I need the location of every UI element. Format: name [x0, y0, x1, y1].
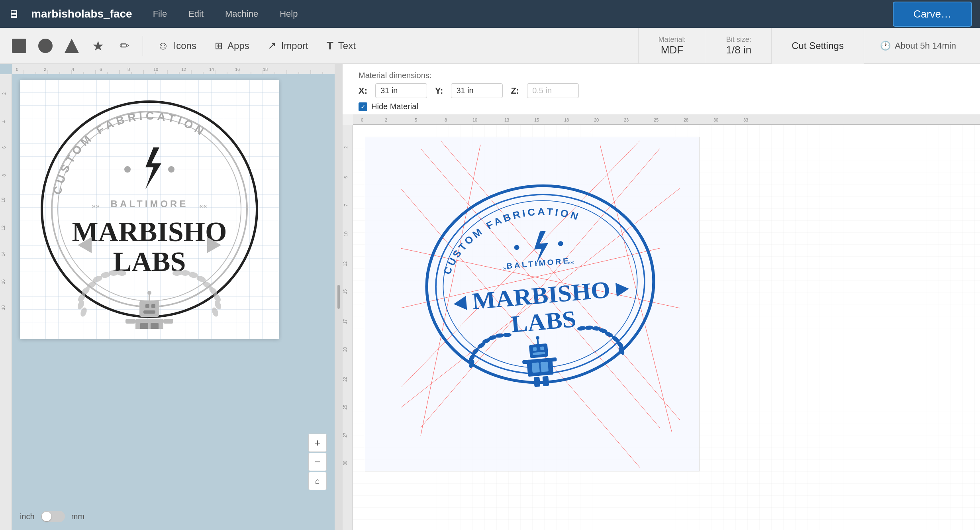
svg-rect-167: [549, 357, 557, 362]
triangle-tool[interactable]: [61, 35, 83, 57]
zoom-fit-button[interactable]: ⌂: [308, 472, 327, 490]
svg-text:12: 12: [181, 67, 186, 72]
svg-text:10: 10: [472, 118, 477, 122]
vertical-ruler: 2 4 6 8 10 12 14 16 18: [0, 74, 12, 530]
svg-marker-140: [615, 282, 629, 297]
svg-text:»»: »»: [503, 264, 510, 272]
menu-help[interactable]: Help: [275, 7, 302, 21]
svg-text:33: 33: [743, 118, 748, 122]
unit-mm-label: mm: [71, 512, 84, 521]
svg-rect-85: [151, 323, 159, 329]
circle-tool[interactable]: [34, 35, 57, 57]
svg-point-132: [514, 245, 519, 250]
unit-toggle[interactable]: [41, 511, 65, 522]
svg-text:20: 20: [343, 347, 347, 352]
apps-label: Apps: [227, 40, 249, 51]
design-canvas[interactable]: CUSTOM FABRICATION BALTIMORE »» «« MARBI…: [20, 80, 279, 339]
menu-file[interactable]: File: [148, 7, 172, 21]
svg-text:23: 23: [624, 118, 629, 122]
unit-inch-label: inch: [20, 512, 35, 521]
svg-text:15: 15: [534, 118, 539, 122]
svg-text:6: 6: [2, 146, 6, 149]
svg-rect-77: [139, 301, 159, 317]
svg-rect-164: [532, 362, 540, 373]
cut-settings-btn[interactable]: Cut Settings: [772, 28, 864, 64]
svg-text:30: 30: [713, 118, 718, 122]
svg-text:««: ««: [199, 201, 207, 210]
menu-machine[interactable]: Machine: [220, 7, 263, 21]
zoom-in-button[interactable]: +: [308, 434, 327, 452]
circle-icon: [38, 39, 53, 53]
window-icon: 🖥: [8, 8, 19, 21]
svg-text:16: 16: [1, 279, 6, 284]
preview-logo-svg: CUSTOM FABRICATION BALTIMORE »» «« MARBI…: [361, 125, 719, 467]
toolbar-divider-1: [143, 36, 143, 56]
svg-text:30: 30: [343, 461, 347, 465]
text-icon: T: [327, 39, 333, 52]
svg-rect-157: [529, 344, 549, 358]
divider-handle: [337, 285, 340, 309]
svg-text:18: 18: [263, 67, 268, 72]
svg-text:14: 14: [209, 67, 214, 72]
toolbar: ★ ✏ ☺ Icons ⊞ Apps ↗ Import T Text Mater…: [0, 28, 980, 64]
svg-rect-86: [125, 319, 135, 324]
z-dimension-input[interactable]: [527, 83, 579, 98]
svg-text:10: 10: [1, 198, 6, 202]
mat-dims-label: Material dimensions:: [359, 71, 431, 80]
import-label: Import: [281, 40, 308, 51]
clock-icon: 🕐: [880, 41, 891, 51]
zoom-out-button[interactable]: −: [308, 453, 327, 471]
x-dimension-input[interactable]: [375, 83, 427, 98]
unit-selector: inch mm: [20, 511, 84, 522]
text-tool[interactable]: T Text: [319, 36, 363, 55]
preview-panel: Material dimensions: X: Y: Z: ✓ Hide Mat…: [343, 64, 980, 530]
bitsize-section: Bit size: 1/8 in: [706, 28, 772, 64]
svg-text:12: 12: [1, 226, 6, 230]
svg-text:0: 0: [16, 67, 18, 72]
pen-tool[interactable]: ✏: [113, 35, 135, 57]
svg-text:28: 28: [684, 118, 688, 122]
svg-rect-83: [135, 319, 163, 329]
svg-point-148: [503, 333, 512, 337]
svg-point-82: [147, 291, 151, 295]
star-icon: ★: [92, 38, 104, 54]
hide-material-checkbox[interactable]: ✓: [359, 102, 367, 111]
svg-text:8: 8: [127, 67, 130, 72]
carve-button[interactable]: Carve…: [893, 2, 972, 27]
svg-rect-168: [534, 377, 541, 387]
svg-marker-139: [453, 296, 467, 311]
svg-rect-158: [533, 347, 537, 351]
import-icon: ↗: [268, 39, 276, 52]
svg-text:25: 25: [654, 118, 659, 122]
svg-text:»»: »»: [92, 201, 100, 210]
svg-rect-169: [543, 376, 549, 387]
svg-point-156: [577, 326, 586, 331]
svg-text:MARBISHO: MARBISHO: [72, 216, 227, 247]
svg-text:7: 7: [343, 204, 348, 206]
pen-icon: ✏: [120, 39, 129, 53]
icons-tool[interactable]: ☺ Icons: [150, 36, 204, 55]
svg-text:5: 5: [343, 176, 348, 179]
rectangle-icon: [12, 39, 26, 53]
rectangle-tool[interactable]: [8, 35, 30, 57]
svg-rect-79: [151, 304, 155, 308]
panel-divider[interactable]: [335, 64, 343, 530]
svg-text:5: 5: [415, 118, 417, 122]
preview-canvas[interactable]: 0 2 5 8 10 13 15 18 20 23 25 28 30 33: [343, 114, 980, 530]
svg-text:4: 4: [2, 120, 6, 123]
cut-settings-label: Cut Settings: [792, 40, 844, 51]
menu-edit[interactable]: Edit: [184, 7, 208, 21]
apps-tool[interactable]: ⊞ Apps: [208, 37, 257, 55]
smiley-icon: ☺: [157, 39, 169, 52]
svg-text:25: 25: [343, 405, 347, 410]
bitsize-value: 1/8 in: [726, 44, 752, 56]
y-dimension-input[interactable]: [451, 83, 503, 98]
zoom-controls: + − ⌂: [308, 434, 327, 490]
import-tool[interactable]: ↗ Import: [261, 36, 316, 55]
about-section: 🕐 About 5h 14min: [864, 28, 972, 64]
material-board: CUSTOM FABRICATION BALTIMORE »» «« MARBI…: [353, 125, 980, 530]
svg-rect-78: [145, 304, 149, 308]
svg-text:8: 8: [445, 118, 447, 122]
star-tool[interactable]: ★: [87, 35, 109, 57]
svg-text:17: 17: [343, 319, 347, 324]
